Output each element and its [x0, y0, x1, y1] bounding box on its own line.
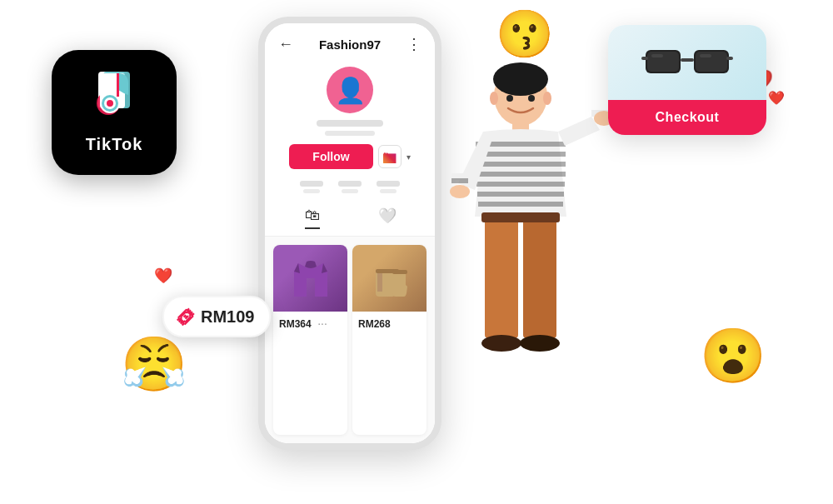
svg-point-40	[506, 95, 513, 102]
svg-rect-28	[477, 192, 564, 197]
boots-svg	[369, 255, 411, 302]
svg-point-21	[493, 62, 548, 96]
jacket-svg	[290, 255, 332, 302]
rm-amount: RM109	[201, 307, 254, 327]
tab-liked[interactable]: 🤍	[350, 200, 425, 236]
svg-rect-36	[523, 213, 556, 338]
svg-point-38	[481, 335, 521, 352]
checkout-card: Checkout	[608, 25, 766, 135]
svg-rect-16	[651, 54, 663, 57]
boots-info: RM268	[352, 312, 426, 335]
profile-section: 👤 Follow 📷 ▾	[265, 60, 435, 200]
svg-rect-29	[478, 202, 563, 207]
svg-rect-26	[476, 172, 566, 177]
angry-emoji: 😤	[121, 333, 187, 396]
svg-rect-14	[641, 57, 648, 60]
svg-rect-13	[681, 58, 694, 62]
tiktok-logo-icon	[92, 72, 137, 125]
person-svg	[416, 50, 625, 483]
avatar-icon: 👤	[335, 76, 366, 105]
svg-rect-8	[117, 73, 119, 97]
product-boots[interactable]: RM268	[352, 245, 426, 435]
profile-name-placeholder	[317, 120, 383, 127]
svg-point-41	[528, 95, 535, 102]
phone-profile-title: Fashion97	[319, 37, 381, 52]
svg-rect-25	[476, 162, 566, 167]
avatar: 👤	[327, 67, 373, 113]
dropdown-icon[interactable]: ▾	[407, 152, 411, 162]
instagram-link[interactable]: 📷	[378, 145, 402, 168]
svg-point-7	[107, 100, 113, 107]
svg-point-39	[520, 335, 560, 352]
jacket-image	[273, 245, 347, 312]
svg-rect-35	[485, 213, 518, 338]
tiktok-label: TikTok	[86, 135, 143, 154]
svg-rect-24	[476, 152, 566, 157]
product-jacket[interactable]: RM364 ···	[273, 245, 347, 435]
phone-topbar: ← Fashion97 ⋮	[265, 23, 435, 60]
boots-price: RM268	[358, 318, 391, 330]
back-button[interactable]: ←	[278, 36, 293, 53]
tiktok-logo-box: TikTok	[52, 50, 177, 175]
checkout-button[interactable]: Checkout	[608, 100, 766, 135]
jacket-info: RM364 ···	[273, 312, 347, 335]
sunglasses-icon	[641, 40, 733, 86]
ticket-icon: 🎟	[171, 302, 199, 331]
profile-sub-placeholder	[325, 131, 375, 136]
stats-row	[300, 177, 400, 200]
svg-rect-31	[451, 178, 468, 183]
instagram-icon: 📷	[382, 150, 397, 163]
svg-rect-15	[726, 57, 733, 60]
person-figure	[416, 50, 625, 483]
tab-shop[interactable]: 🛍	[275, 200, 350, 236]
rm-badge: 🎟 RM109	[162, 296, 271, 337]
stat-likes	[377, 181, 400, 193]
products-grid: RM364 ···	[265, 237, 435, 443]
heart-tab-icon: 🤍	[378, 207, 397, 229]
surprised-emoji: 😮	[700, 325, 766, 387]
jacket-price: RM364	[279, 318, 312, 330]
boots-image	[352, 245, 426, 312]
jacket-dots: ···	[317, 317, 327, 330]
stat-following	[300, 181, 323, 193]
heart-decoration-2: ❤️	[154, 267, 172, 285]
svg-point-32	[450, 185, 470, 198]
sunglasses-display	[608, 25, 766, 100]
scene: TikTok ❤️ ❤️ 😗 😤 😮 ❤️ ❤️	[0, 0, 833, 504]
svg-rect-19	[392, 270, 407, 274]
heart-decoration-4: ❤️	[768, 90, 785, 106]
svg-rect-27	[476, 182, 565, 187]
stat-followers	[338, 181, 362, 193]
svg-point-42	[490, 92, 498, 105]
svg-rect-37	[481, 212, 560, 222]
svg-point-43	[543, 92, 551, 105]
phone-mockup: ← Fashion97 ⋮ 👤 Follow 📷 ▾	[258, 17, 441, 450]
follow-button[interactable]: Follow	[289, 144, 372, 169]
bag-tab-icon: 🛍	[305, 207, 320, 229]
follow-row: Follow 📷 ▾	[289, 144, 410, 169]
phone-tabs: 🛍 🤍	[265, 200, 435, 237]
svg-rect-17	[700, 54, 711, 57]
